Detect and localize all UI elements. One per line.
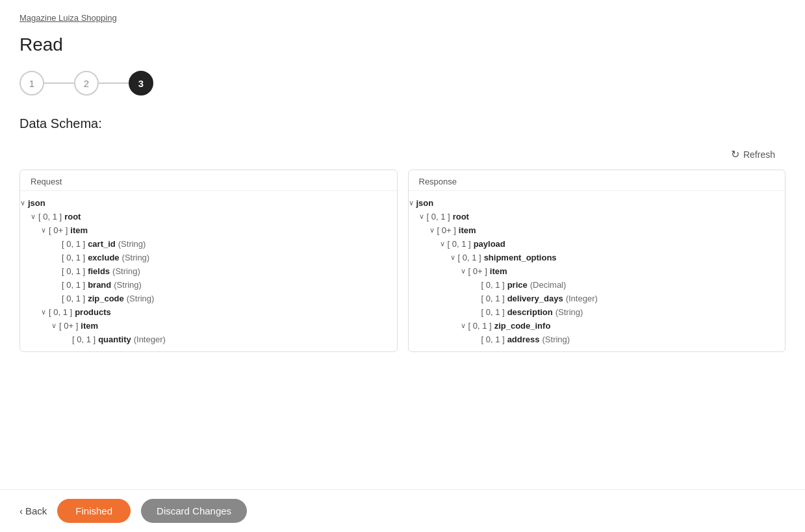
footer: ‹ Back Finished Discard Changes: [0, 489, 805, 532]
refresh-icon: ↻: [731, 148, 739, 160]
field-type: (String): [118, 239, 146, 249]
toggle-icon[interactable]: ∨: [461, 267, 466, 275]
schema-panels: Request ∨ json∨ [ 0, 1 ] root∨ [ 0+ ] it…: [19, 170, 786, 352]
bracket: [ 0, 1 ]: [62, 239, 85, 249]
back-button[interactable]: ‹ Back: [19, 505, 47, 516]
toggle-icon[interactable]: ∨: [440, 240, 445, 248]
field-type: (Integer): [134, 335, 166, 344]
request-panel: Request ∨ json∨ [ 0, 1 ] root∨ [ 0+ ] it…: [19, 170, 398, 352]
toggle-icon[interactable]: ∨: [31, 212, 36, 221]
field-name: root: [453, 212, 469, 222]
step-3: 3: [129, 71, 153, 95]
tree-item: [ 0, 1 ] cart_id (String): [20, 237, 397, 251]
tree-item: ∨ json: [20, 196, 397, 210]
field-type: (String): [114, 280, 142, 290]
toggle-icon[interactable]: ∨: [429, 226, 435, 234]
field-type: (Integer): [566, 294, 598, 303]
bracket: [ 0, 1 ]: [481, 335, 505, 344]
breadcrumb[interactable]: Magazine Luiza Shopping: [19, 13, 786, 23]
bracket: [ 0, 1 ]: [62, 266, 85, 276]
tree-item: ∨ [ 0, 1 ] payload: [409, 237, 786, 251]
tree-item: ∨ [ 0+ ] item: [409, 264, 786, 278]
field-name: products: [75, 307, 111, 317]
field-name: zip_code_info: [494, 321, 551, 331]
refresh-label: Refresh: [743, 149, 775, 160]
field-name: item: [81, 321, 98, 331]
toggle-icon[interactable]: ∨: [51, 322, 57, 330]
toggle-icon[interactable]: ∨: [419, 212, 424, 221]
response-panel: Response ∨ json∨ [ 0, 1 ] root∨ [ 0+ ] i…: [408, 170, 786, 352]
request-header: Request: [20, 170, 397, 191]
response-tree: ∨ json∨ [ 0, 1 ] root∨ [ 0+ ] item∨ [ 0,…: [409, 191, 786, 351]
tree-item: ∨ [ 0, 1 ] root: [409, 210, 786, 223]
bracket: [ 0+ ]: [59, 321, 78, 331]
field-type: (String): [122, 253, 150, 262]
field-name: root: [64, 212, 81, 222]
discard-changes-button[interactable]: Discard Changes: [141, 499, 247, 523]
field-name: json: [28, 198, 45, 208]
field-name: delivery_days: [507, 294, 563, 303]
bracket: [ 0, 1 ]: [72, 335, 96, 344]
step-1: 1: [19, 71, 44, 95]
toggle-icon[interactable]: ∨: [41, 226, 46, 234]
tree-item: [ 0, 1 ] price (Decimal): [409, 278, 786, 292]
toggle-icon[interactable]: ∨: [450, 253, 455, 262]
refresh-bar: ↻ Refresh: [19, 144, 786, 164]
bracket: [ 0, 1 ]: [427, 212, 450, 222]
field-name: brand: [88, 280, 111, 290]
toggle-icon[interactable]: ∨: [41, 308, 46, 316]
bracket: [ 0, 1 ]: [62, 280, 85, 290]
bracket: [ 0, 1 ]: [481, 307, 505, 317]
tree-item: ∨ [ 0, 1 ] zip_code_info: [409, 319, 786, 333]
data-schema-title: Data Schema:: [19, 116, 786, 131]
field-name: description: [507, 307, 553, 317]
tree-item: [ 0, 1 ] quantity (Integer): [20, 333, 397, 346]
toggle-icon[interactable]: ∨: [409, 199, 414, 207]
field-name: price: [507, 280, 528, 290]
tree-item: ∨ [ 0, 1 ] products: [20, 305, 397, 319]
field-type: (String): [127, 294, 155, 303]
tree-item: [ 0, 1 ] fields (String): [20, 264, 397, 278]
tree-item: ∨ json: [409, 196, 786, 210]
tree-item: [ 0, 1 ] exclude (String): [20, 251, 397, 264]
request-tree: ∨ json∨ [ 0, 1 ] root∨ [ 0+ ] item[ 0, 1…: [20, 191, 397, 351]
bracket: [ 0+ ]: [437, 225, 456, 235]
finished-button[interactable]: Finished: [57, 499, 131, 523]
field-type: (String): [556, 307, 583, 317]
field-name: shipment_options: [484, 253, 557, 262]
tree-item: [ 0, 1 ] delivery_days (Integer): [409, 292, 786, 305]
field-name: payload: [474, 239, 505, 249]
refresh-button[interactable]: ↻ Refresh: [723, 144, 783, 164]
field-name: cart_id: [88, 239, 116, 249]
field-name: zip_code: [88, 294, 124, 303]
tree-item: [ 0, 1 ] address (String): [409, 333, 786, 346]
tree-item: ∨ [ 0, 1 ] shipment_options: [409, 251, 786, 264]
field-name: json: [416, 198, 434, 208]
field-type: (Decimal): [530, 280, 567, 290]
tree-item: ∨ [ 0+ ] item: [20, 319, 397, 333]
tree-item: [ 0, 1 ] zip_code (String): [20, 292, 397, 305]
toggle-icon[interactable]: ∨: [461, 322, 466, 330]
step-line-2: [97, 82, 130, 84]
field-name: quantity: [98, 335, 131, 344]
bracket: [ 0, 1 ]: [49, 307, 72, 317]
field-name: item: [70, 225, 88, 235]
toggle-icon[interactable]: ∨: [20, 199, 25, 207]
stepper: 1 2 3: [19, 71, 786, 95]
bracket: [ 0, 1 ]: [38, 212, 62, 222]
tree-item: ∨ [ 0+ ] item: [409, 223, 786, 237]
bracket: [ 0, 1 ]: [62, 294, 85, 303]
tree-item: [ 0, 1 ] brand (String): [20, 278, 397, 292]
tree-item: [ 0, 1 ] description (String): [409, 305, 786, 319]
bracket: [ 0+ ]: [49, 225, 68, 235]
bracket: [ 0, 1 ]: [481, 294, 505, 303]
field-type: (String): [543, 335, 570, 344]
bracket: [ 0, 1 ]: [448, 239, 471, 249]
tree-item: ∨ [ 0+ ] item: [20, 223, 397, 237]
back-label: Back: [25, 505, 47, 516]
page-title: Read: [19, 34, 786, 55]
step-line-1: [43, 82, 75, 84]
response-header: Response: [409, 170, 786, 191]
back-chevron-icon: ‹: [19, 505, 23, 516]
bracket: [ 0, 1 ]: [481, 280, 505, 290]
